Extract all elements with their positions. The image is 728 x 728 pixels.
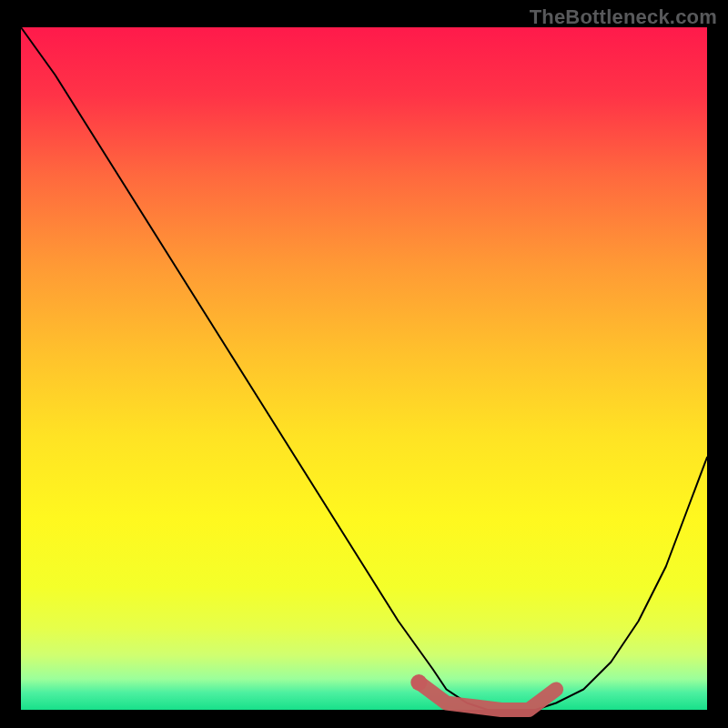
plot-background [21,27,707,710]
minimum-marker [410,674,427,691]
chart-canvas [0,0,728,728]
